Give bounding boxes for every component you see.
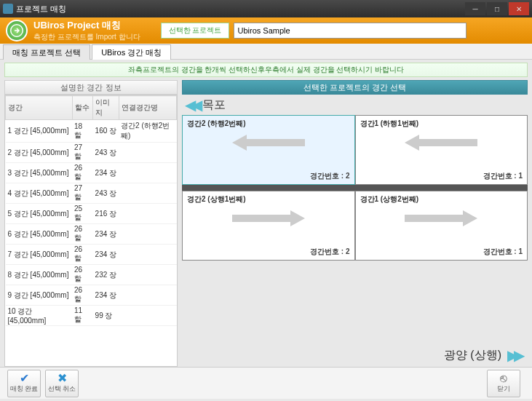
titlebar: 프로젝트 매칭 ─ □ ✕	[0, 0, 532, 17]
card-number: 경간번호 : 1	[483, 247, 523, 257]
arrow-right-icon	[232, 210, 305, 228]
col-span[interactable]: 경간	[6, 96, 73, 120]
chevron-left-icon[interactable]: ◀◀	[185, 96, 198, 114]
left-panel: 설명한 경간 정보 경간 할수 이미지 연결경간명 1 경간 [45,000mm…	[4, 80, 178, 367]
table-row[interactable]: 6 경간 [45,000mm]26 할234 장	[6, 224, 177, 245]
cancel-icon: ✖	[57, 373, 67, 384]
page-subtitle: 측정한 프로젝트를 Import 합니다	[33, 32, 140, 42]
instruction-text: 좌측프로젝트의 경간을 한개씩 선택하신후우측에서 실제 경간을 선택하시기 바…	[4, 63, 528, 77]
tab-project-select[interactable]: 매칭 프로젝트 선택	[3, 44, 90, 60]
card-title: 경간1 (상행2번째)	[360, 194, 419, 205]
col-linked[interactable]: 연결경간명	[119, 96, 176, 120]
check-icon: ✔	[20, 373, 29, 384]
arrow-left-icon	[405, 135, 477, 152]
nav-right-label: 광양 (상행)	[444, 348, 501, 363]
close-dialog-button[interactable]: ⎋ 닫기	[487, 370, 520, 397]
table-row[interactable]: 3 경간 [45,000mm]26 할234 장	[6, 163, 177, 183]
tabs: 매칭 프로젝트 선택 UBiros 경간 매칭	[0, 44, 532, 60]
span-card[interactable]: 경간1 (하행1번째)경간번호 : 1	[355, 115, 528, 185]
card-number: 경간번호 : 1	[483, 171, 523, 181]
arrow-right-icon	[6, 20, 28, 41]
arrow-left-icon	[232, 135, 305, 152]
app-icon	[3, 4, 13, 14]
table-row[interactable]: 10 경간 [45,000mm]11 할99 장	[6, 306, 177, 326]
table-row[interactable]: 9 경간 [45,000mm]26 할234 장	[6, 285, 177, 306]
right-panel-title: 선택한 프로젝트의 경간 선택	[182, 80, 528, 95]
card-number: 경간번호 : 2	[310, 171, 349, 181]
table-row[interactable]: 1 경간 [45,000mm]18 할160 장경간2 (하행2번째)	[6, 120, 177, 143]
minimize-button[interactable]: ─	[465, 2, 485, 15]
header: UBiros Project 매칭 측정한 프로젝트를 Import 합니다 선…	[0, 17, 532, 44]
tab-span-matching[interactable]: UBiros 경간 매칭	[92, 44, 171, 60]
card-number: 경간번호 : 2	[310, 247, 349, 257]
table-row[interactable]: 7 경간 [45,000mm]26 할234 장	[6, 245, 177, 265]
col-count[interactable]: 할수	[72, 96, 93, 120]
right-panel: 선택한 프로젝트의 경간 선택 ◀◀ 목포 경간2 (하행2번째)경간번호 : …	[182, 80, 528, 367]
span-table[interactable]: 경간 할수 이미지 연결경간명 1 경간 [45,000mm]18 할160 장…	[4, 95, 178, 367]
maximize-button[interactable]: □	[487, 2, 507, 15]
cancel-button[interactable]: ✖ 선택 취소	[45, 370, 79, 397]
col-image[interactable]: 이미지	[93, 96, 119, 120]
page-title: UBiros Project 매칭	[33, 19, 140, 32]
card-title: 경간2 (상행1번째)	[187, 194, 246, 205]
card-title: 경간2 (하행2번째)	[187, 119, 246, 129]
table-row[interactable]: 5 경간 [45,000mm]25 할216 장	[6, 204, 177, 224]
footer: ✔ 매칭 완료 ✖ 선택 취소 ⎋ 닫기	[0, 367, 532, 399]
exit-icon: ⎋	[500, 373, 507, 384]
table-row[interactable]: 2 경간 [45,000mm]27 할243 장	[6, 143, 177, 163]
done-button[interactable]: ✔ 매칭 완료	[7, 370, 41, 397]
nav-left-label: 목포	[202, 98, 226, 113]
span-card[interactable]: 경간1 (상행2번째)경간번호 : 1	[355, 191, 528, 261]
arrow-right-icon	[405, 210, 477, 228]
project-label: 선택한 프로젝트	[161, 23, 230, 39]
track-divider	[182, 185, 528, 191]
left-panel-title: 설명한 경간 정보	[4, 80, 178, 95]
span-card[interactable]: 경간2 (하행2번째)경간번호 : 2	[182, 115, 355, 185]
window-title: 프로젝트 매칭	[16, 4, 464, 15]
table-row[interactable]: 8 경간 [45,000mm]26 할232 장	[6, 265, 177, 285]
card-title: 경간1 (하행1번째)	[360, 119, 419, 129]
chevron-right-icon[interactable]: ▶▶	[507, 346, 520, 364]
close-button[interactable]: ✕	[509, 2, 529, 15]
project-input[interactable]	[234, 23, 467, 39]
table-row[interactable]: 4 경간 [45,000mm]27 할243 장	[6, 183, 177, 204]
span-card[interactable]: 경간2 (상행1번째)경간번호 : 2	[182, 191, 355, 261]
